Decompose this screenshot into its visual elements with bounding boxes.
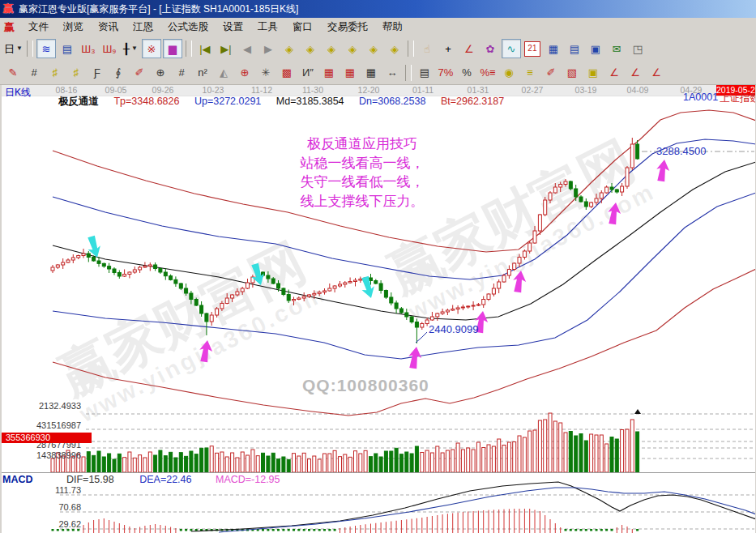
ruler-hash-icon[interactable]: # bbox=[172, 63, 191, 83]
pane-label-daily-k[interactable]: 日K线 bbox=[5, 86, 31, 100]
jifan-channel-icon[interactable]: ≋ bbox=[36, 39, 56, 58]
an-grid-icon[interactable]: ▧ bbox=[562, 63, 582, 83]
compass-flower-icon[interactable]: ✿ bbox=[481, 39, 500, 58]
title-bar[interactable]: 赢 赢家江恩专业版[赢家服务平台] - [上证指数 SH1A0001-185日K… bbox=[0, 0, 756, 18]
next-page-icon[interactable]: ▶ bbox=[258, 39, 278, 58]
volume-bar bbox=[194, 454, 198, 472]
candle-body bbox=[564, 181, 567, 185]
volume-bar bbox=[405, 452, 408, 472]
red-grid-icon[interactable]: ▩ bbox=[277, 63, 297, 83]
menu-窗口[interactable]: 窗口 bbox=[285, 18, 320, 36]
candle-body bbox=[502, 275, 506, 282]
fib-f-icon[interactable]: Ƒ bbox=[88, 63, 107, 83]
stat-list-icon[interactable]: ▤ bbox=[415, 63, 434, 83]
menu-设置[interactable]: 设置 bbox=[216, 18, 250, 36]
menu-资讯[interactable]: 资讯 bbox=[91, 18, 126, 36]
j-angle-icon[interactable]: ∠ bbox=[604, 63, 624, 83]
menu-工具[interactable]: 工具 bbox=[250, 18, 285, 36]
spiral-5-icon[interactable]: ∮ bbox=[109, 63, 128, 83]
gold-scale-2-icon[interactable]: ♯ bbox=[66, 63, 86, 83]
buy-arrow-icon bbox=[198, 339, 214, 363]
gann-diamond-2-icon[interactable]: ◈ bbox=[301, 39, 320, 58]
volume-bar bbox=[323, 454, 327, 472]
menu-公式选股[interactable]: 公式选股 bbox=[160, 18, 216, 36]
angle-flag-icon[interactable]: ◭ bbox=[214, 63, 233, 83]
percent-lines-icon[interactable]: %≡ bbox=[478, 63, 498, 83]
gold-scale-1-icon[interactable]: ♯ bbox=[45, 63, 65, 83]
candle-body bbox=[92, 258, 96, 262]
candle-body bbox=[528, 243, 532, 251]
volume-bar bbox=[544, 420, 547, 472]
first-page-icon[interactable]: |◀ bbox=[195, 39, 215, 58]
flag-pen-icon[interactable]: ✐ bbox=[541, 63, 561, 83]
width-measure-icon[interactable]: ↔ bbox=[382, 63, 402, 83]
volume-bar bbox=[384, 451, 387, 472]
date-tick: 09-05 bbox=[105, 85, 127, 95]
gold-circle-icon[interactable]: ◉ bbox=[499, 63, 519, 83]
gann-diamond-6-icon[interactable]: ◈ bbox=[385, 39, 404, 58]
gold-lines-icon[interactable]: ≡ bbox=[520, 63, 540, 83]
menu-江恩[interactable]: 江恩 bbox=[126, 18, 160, 36]
color-bars-icon[interactable]: ▆ bbox=[163, 39, 182, 58]
crosshair-icon[interactable]: + bbox=[438, 39, 458, 58]
candle-style-icon[interactable]: ╂▼ bbox=[121, 39, 140, 58]
volume-bar bbox=[241, 452, 244, 472]
num-grid-icon[interactable]: ▦ bbox=[361, 63, 381, 83]
gold-box-icon[interactable]: ▣ bbox=[583, 63, 603, 83]
percent-icon[interactable]: % bbox=[457, 63, 476, 83]
volume-bar bbox=[446, 450, 449, 472]
macd-hist-negative bbox=[262, 529, 264, 531]
calculator-icon[interactable]: ▦ bbox=[544, 39, 563, 58]
calendar-21-icon[interactable]: 21 bbox=[524, 41, 540, 57]
shen-grid-icon[interactable]: ▦ bbox=[319, 63, 339, 83]
menu-文件[interactable]: 文件 bbox=[21, 18, 56, 36]
jifan-figure-icon[interactable]: ※ bbox=[142, 39, 161, 58]
symbol-code[interactable]: 1A0001 bbox=[683, 92, 718, 103]
info-panel-icon[interactable]: ▤ bbox=[58, 39, 77, 58]
last-page-icon[interactable]: ▶| bbox=[216, 39, 236, 58]
menu-帮助[interactable]: 帮助 bbox=[375, 18, 410, 36]
time-cycle-icon[interactable]: ⊕ bbox=[151, 63, 170, 83]
candle-body bbox=[169, 276, 173, 280]
brush-icon[interactable]: ✐ bbox=[130, 63, 149, 83]
period-day-icon[interactable]: 日▼ bbox=[3, 39, 23, 58]
n-square-icon[interactable]: n² bbox=[193, 63, 212, 83]
volume-bar bbox=[436, 446, 439, 472]
star-spiral-icon[interactable]: ✳ bbox=[256, 63, 275, 83]
f-angle-icon[interactable]: ∠ bbox=[626, 63, 645, 83]
save-icon[interactable]: ▣ bbox=[586, 39, 605, 58]
wave-tool-icon[interactable]: ∿ bbox=[502, 39, 521, 58]
target-circle-icon[interactable]: ⊕ bbox=[235, 63, 254, 83]
candle-body bbox=[544, 200, 547, 215]
prev-page-icon[interactable]: ◀ bbox=[237, 39, 257, 58]
macd-hist-negative bbox=[313, 529, 315, 531]
extra-angle-icon[interactable]: ∠ bbox=[647, 63, 666, 83]
volume-bar bbox=[574, 436, 578, 472]
menu-浏览[interactable]: 浏览 bbox=[56, 18, 91, 36]
indicator-name[interactable]: 极反通道 bbox=[58, 96, 99, 107]
gann-diamond-1-icon[interactable]: ◈ bbox=[280, 39, 299, 58]
send-mail-icon[interactable]: ✉ bbox=[607, 39, 626, 58]
bars-9-icon[interactable]: Ш₉ bbox=[100, 39, 119, 58]
bars-3-icon[interactable]: Ш₃ bbox=[79, 39, 98, 58]
volume-bar bbox=[415, 446, 418, 472]
delivery-icon[interactable]: ◳ bbox=[628, 39, 647, 58]
gann-scale-icon[interactable]: # bbox=[24, 63, 44, 83]
k-prime-icon[interactable]: И″ bbox=[298, 63, 318, 83]
angle-measure-icon[interactable]: ∠ bbox=[459, 39, 479, 58]
symbol-name[interactable]: 上证指数 bbox=[720, 92, 756, 105]
notes-icon[interactable]: ▤ bbox=[565, 39, 584, 58]
candle-body bbox=[293, 300, 296, 301]
gann-diamond-4-icon[interactable]: ◈ bbox=[343, 39, 362, 58]
volume-bar bbox=[159, 450, 162, 472]
macd-name[interactable]: MACD bbox=[2, 474, 33, 485]
gann-diamond-3-icon[interactable]: ◈ bbox=[322, 39, 341, 58]
ying-grid-icon[interactable]: ▦ bbox=[340, 63, 360, 83]
menu-交易委托[interactable]: 交易委托 bbox=[320, 18, 375, 36]
volume-bar bbox=[108, 454, 111, 472]
drag-hand-icon[interactable]: ☝ bbox=[417, 39, 437, 58]
percent-7-icon[interactable]: 7% bbox=[436, 63, 455, 83]
gann-diamond-5-icon[interactable]: ◈ bbox=[364, 39, 383, 58]
date-tick: 11-12 bbox=[251, 85, 272, 95]
pencil-rocket-icon[interactable]: ✎ bbox=[3, 63, 23, 83]
